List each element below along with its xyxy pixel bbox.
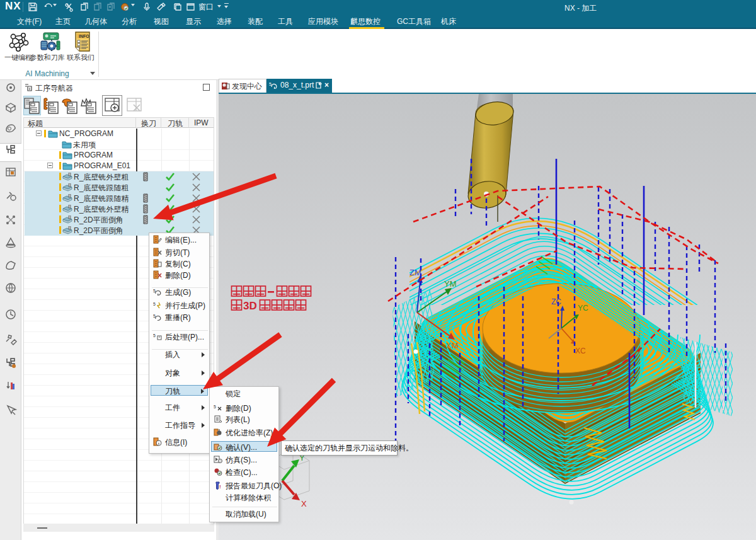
svg-text:ZC: ZC (551, 297, 561, 306)
svg-text:5: 5 (269, 82, 272, 86)
svg-text:XC: XC (575, 347, 586, 355)
svg-text:X: X (301, 499, 307, 508)
svg-text:INFO: INFO (79, 34, 89, 38)
svg-text:YM: YM (444, 279, 457, 289)
svg-text:XM: XM (446, 341, 459, 350)
svg-text:5: 5 (153, 302, 156, 306)
svg-text:!: ! (219, 484, 221, 490)
svg-text:YC: YC (578, 304, 588, 313)
svg-text:ZM: ZM (410, 268, 421, 277)
svg-text:3D: 3D (243, 300, 257, 312)
svg-text:5: 5 (153, 333, 156, 338)
svg-text:5: 5 (214, 405, 216, 409)
